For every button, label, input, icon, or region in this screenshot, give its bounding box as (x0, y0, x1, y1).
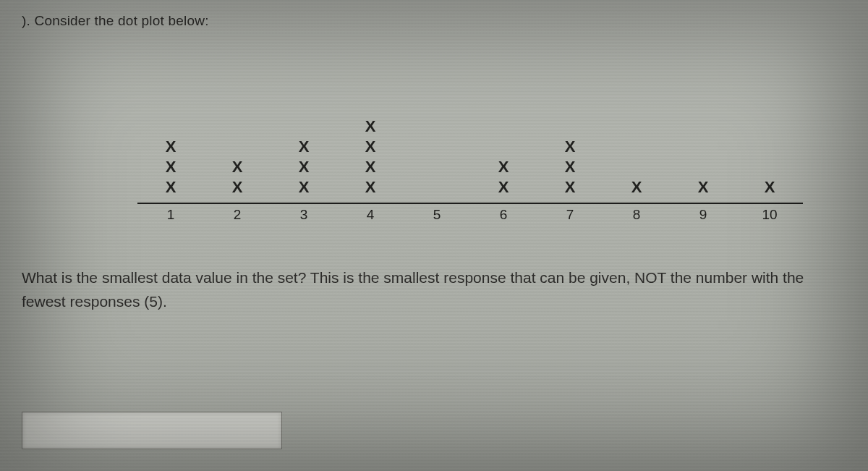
dot-plot-column: XX (470, 159, 537, 195)
dot-plot-column: X (603, 179, 670, 195)
dot-mark: X (565, 159, 576, 175)
dot-plot-columns: XXXXXXXXXXXXXXXXXXXX (137, 72, 803, 195)
dot-mark: X (565, 179, 576, 195)
axis-tick-label: 5 (404, 207, 470, 223)
dot-mark: X (299, 139, 310, 155)
dot-plot-column: XX (204, 159, 271, 195)
dot-mark: X (166, 179, 176, 195)
dot-plot-ticks: 12345678910 (137, 207, 803, 223)
axis-tick-label: 10 (736, 207, 803, 223)
dot-plot: XXXXXXXXXXXXXXXXXXXX 12345678910 (137, 72, 803, 223)
dot-mark: X (166, 159, 176, 175)
dot-plot-column: XXXX (337, 119, 404, 195)
axis-tick-label: 8 (603, 207, 670, 223)
dot-mark: X (365, 179, 376, 195)
question-page: ). Consider the dot plot below: XXXXXXXX… (0, 0, 868, 471)
dot-plot-column: X (670, 179, 736, 195)
dot-mark: X (631, 179, 642, 195)
dot-mark: X (299, 179, 310, 195)
prompt-text: ). Consider the dot plot below: (22, 13, 846, 29)
dot-plot-column: XXX (537, 139, 603, 195)
dot-mark: X (299, 159, 310, 175)
dot-plot-column: XXX (137, 139, 204, 195)
axis-tick-label: 2 (204, 207, 271, 223)
dot-plot-column: X (736, 179, 803, 195)
axis-tick-label: 1 (137, 207, 204, 223)
dot-plot-column: XXX (271, 139, 337, 195)
dot-mark: X (498, 159, 509, 175)
dot-plot-axis (137, 203, 803, 204)
dot-mark: X (365, 159, 376, 175)
dot-mark: X (166, 139, 176, 155)
axis-tick-label: 3 (271, 207, 337, 223)
dot-mark: X (698, 179, 709, 195)
answer-input[interactable] (22, 412, 282, 449)
dot-mark: X (232, 179, 243, 195)
dot-mark: X (232, 159, 243, 175)
dot-mark: X (365, 119, 376, 135)
dot-mark: X (765, 179, 775, 195)
dot-mark: X (365, 139, 376, 155)
dot-mark: X (565, 139, 576, 155)
axis-tick-label: 6 (470, 207, 537, 223)
axis-tick-label: 9 (670, 207, 736, 223)
axis-tick-label: 4 (337, 207, 404, 223)
axis-tick-label: 7 (537, 207, 603, 223)
question-text: What is the smallest data value in the s… (22, 266, 839, 313)
dot-mark: X (498, 179, 509, 195)
